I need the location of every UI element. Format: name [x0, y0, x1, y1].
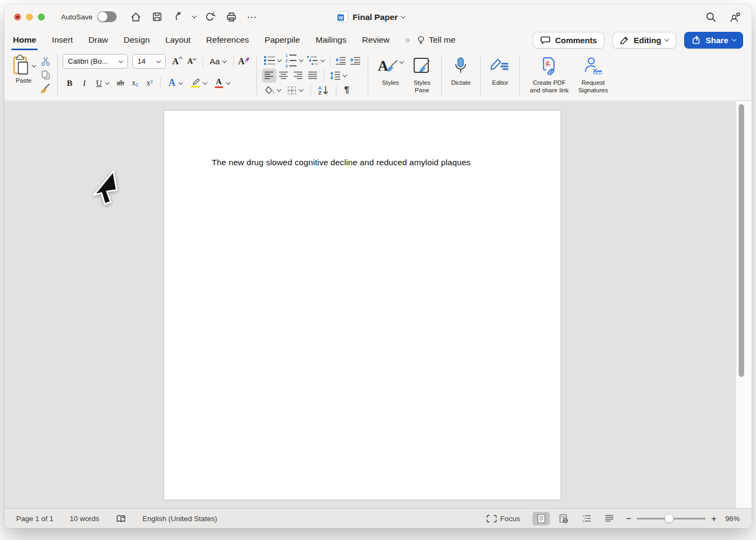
- tab-mailings[interactable]: Mailings: [316, 31, 347, 49]
- decrease-indent-icon: [335, 56, 346, 65]
- zoom-slider-knob[interactable]: [665, 514, 674, 523]
- tab-references[interactable]: References: [206, 31, 249, 49]
- undo-icon[interactable]: [172, 10, 185, 23]
- request-signatures-button[interactable]: RequestSignatures: [578, 53, 608, 94]
- cut-button[interactable]: [39, 55, 52, 68]
- borders-chevron-icon: [299, 87, 303, 92]
- tab-mailings-label: Mailings: [316, 35, 347, 44]
- focus-mode-button[interactable]: Focus: [487, 515, 520, 523]
- strikethrough-button[interactable]: ab: [113, 76, 128, 90]
- zoom-out-button[interactable]: −: [626, 514, 631, 523]
- word-file-icon: W: [339, 11, 348, 23]
- pilcrow-glyph: ¶: [345, 85, 349, 95]
- font-size-select[interactable]: 14: [132, 54, 166, 69]
- subscript-x-glyph: x: [132, 79, 136, 87]
- styles-pane-button[interactable]: StylesPane: [413, 53, 431, 94]
- numbering-button[interactable]: 1 2 3: [284, 53, 305, 68]
- shading-button[interactable]: [262, 83, 284, 97]
- bullets-button[interactable]: [262, 53, 284, 68]
- text-effects-button[interactable]: A: [164, 76, 187, 90]
- underline-glyph: U: [96, 78, 102, 88]
- close-button[interactable]: [14, 14, 21, 21]
- tab-overflow-indicator[interactable]: »: [405, 35, 409, 45]
- align-center-button[interactable]: [276, 69, 291, 83]
- vertical-scrollbar[interactable]: [735, 102, 752, 508]
- more-commands-icon[interactable]: ⋯: [246, 10, 259, 23]
- word-count-status[interactable]: 10 words: [70, 515, 99, 523]
- italic-button[interactable]: I: [77, 76, 92, 90]
- draft-view-button[interactable]: [600, 512, 618, 525]
- search-icon[interactable]: [704, 10, 717, 23]
- format-painter-icon: [40, 83, 51, 94]
- font-name-select[interactable]: Calibri (Bo...: [63, 54, 128, 69]
- page-count-status[interactable]: Page 1 of 1: [16, 515, 53, 523]
- grow-font-button[interactable]: A: [170, 55, 185, 69]
- tab-layout[interactable]: Layout: [165, 31, 191, 49]
- superscript-button[interactable]: x2: [143, 76, 157, 90]
- home-icon[interactable]: [130, 10, 143, 23]
- dictate-button[interactable]: Dictate: [451, 53, 471, 87]
- sort-button[interactable]: A Z: [314, 83, 333, 97]
- clear-formatting-button[interactable]: A: [237, 55, 252, 69]
- document-text[interactable]: The new drug slowed cognitive decline an…: [212, 158, 471, 167]
- tab-insert[interactable]: Insert: [52, 31, 73, 49]
- increase-indent-button[interactable]: [348, 53, 363, 68]
- minimize-button[interactable]: [26, 14, 33, 21]
- font-group: Calibri (Bo... 14 A A Aa A B I: [63, 53, 252, 91]
- zoom-slider[interactable]: [637, 518, 706, 519]
- focus-label: Focus: [500, 515, 520, 523]
- multilevel-list-button[interactable]: [305, 53, 327, 68]
- editing-mode-button[interactable]: Editing: [612, 32, 676, 49]
- print-layout-view-button[interactable]: [532, 512, 550, 525]
- undo-dropdown-chevron[interactable]: [192, 14, 196, 18]
- paragraph-row-3: A Z ¶: [262, 83, 363, 97]
- contact-presence-icon[interactable]: [729, 10, 742, 23]
- line-spacing-button[interactable]: [327, 69, 350, 83]
- copy-button[interactable]: [39, 69, 52, 81]
- format-painter-button[interactable]: [39, 82, 52, 94]
- tab-paperpile[interactable]: Paperpile: [265, 31, 300, 49]
- styles-button[interactable]: A Styles: [378, 53, 403, 94]
- justify-button[interactable]: [306, 69, 320, 83]
- bold-button[interactable]: B: [63, 76, 77, 90]
- proofing-status[interactable]: [116, 514, 126, 523]
- tab-review[interactable]: Review: [362, 31, 389, 49]
- document-page[interactable]: The new drug slowed cognitive decline an…: [164, 110, 561, 500]
- tab-draw[interactable]: Draw: [89, 31, 108, 49]
- font-color-bar: [215, 86, 223, 89]
- ellipsis-glyph: ⋯: [247, 11, 258, 23]
- zoom-in-button[interactable]: +: [711, 514, 717, 523]
- outline-view-button[interactable]: [578, 512, 595, 525]
- document-title[interactable]: W Final Paper: [339, 11, 405, 23]
- decrease-indent-button[interactable]: [334, 53, 348, 68]
- tab-design[interactable]: Design: [124, 31, 150, 49]
- editor-button[interactable]: Editor: [490, 53, 510, 87]
- show-paragraph-marks-button[interactable]: ¶: [340, 83, 354, 97]
- font-size-value: 14: [138, 57, 146, 65]
- zoom-window-button[interactable]: [38, 14, 45, 21]
- change-case-button[interactable]: Aa: [206, 55, 230, 69]
- align-left-button[interactable]: [262, 69, 276, 83]
- borders-button[interactable]: [284, 83, 307, 97]
- zoom-percentage[interactable]: 96%: [725, 515, 740, 523]
- font-color-button[interactable]: A: [211, 76, 234, 90]
- autosave-toggle[interactable]: [97, 11, 117, 22]
- clipboard-group: Paste: [12, 53, 52, 96]
- highlight-color-button[interactable]: [187, 76, 211, 90]
- underline-button[interactable]: U: [92, 76, 113, 90]
- tab-home[interactable]: Home: [13, 31, 36, 49]
- shrink-font-button[interactable]: A: [185, 55, 199, 69]
- comments-button[interactable]: Comments: [533, 32, 605, 49]
- create-pdf-share-link-button[interactable]: Create PDFand share link: [530, 53, 569, 94]
- scrollbar-thumb[interactable]: [739, 104, 744, 377]
- save-icon[interactable]: [151, 10, 164, 23]
- language-status[interactable]: English (United States): [143, 515, 217, 523]
- align-right-button[interactable]: [291, 69, 306, 83]
- paste-button[interactable]: Paste: [12, 53, 36, 96]
- tell-me-button[interactable]: Tell me: [417, 35, 455, 45]
- print-icon[interactable]: [225, 10, 238, 23]
- web-layout-view-button[interactable]: [555, 512, 572, 525]
- share-button[interactable]: Share: [684, 32, 743, 49]
- subscript-button[interactable]: x2: [128, 76, 143, 90]
- redo-icon[interactable]: [204, 10, 217, 23]
